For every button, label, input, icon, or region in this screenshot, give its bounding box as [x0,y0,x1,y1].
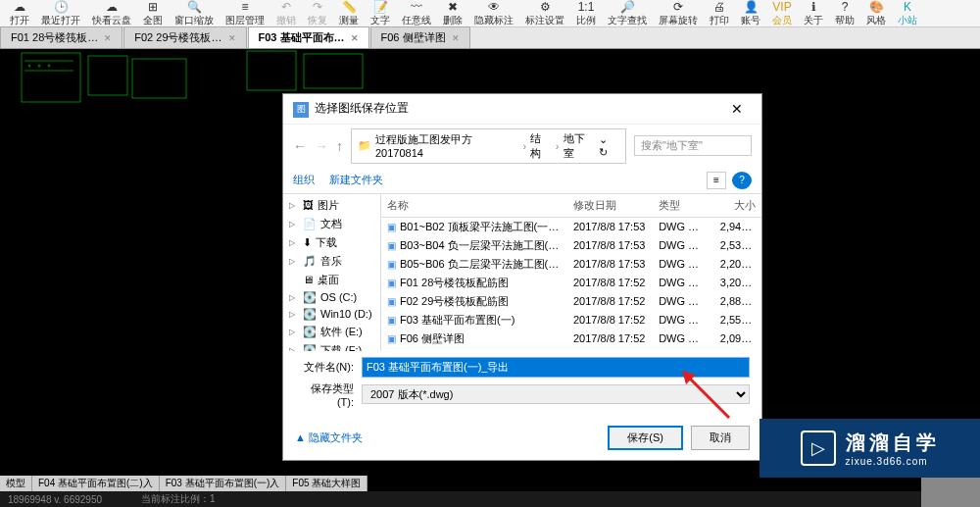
document-tab[interactable]: F02 29号楼筏板…✕ [123,26,246,48]
folder-tree: ▷🖼图片▷📄文档▷⬇下载▷🎵音乐🖥桌面▷💽OS (C:)▷💽Win10 (D:)… [283,194,381,351]
document-tab[interactable]: F03 基础平面布…✕ [248,26,369,48]
close-button[interactable]: ✕ [722,101,752,117]
tree-item[interactable]: ▷🖼图片 [283,196,380,215]
tree-item[interactable]: ▷🎵音乐 [283,252,380,271]
open-button[interactable]: ☁打开 [4,0,35,27]
recent-button[interactable]: 🕒最近打开 [35,0,86,27]
view-mode-button[interactable]: ≡ [707,172,726,189]
tree-item[interactable]: ▷📄文档 [283,215,380,233]
file-row[interactable]: ▣F03 基础平面布置图(一)2017/8/8 17:52DWG 文件2,554… [381,311,761,330]
measure-button[interactable]: 📏测量 [333,0,365,27]
expand-icon[interactable]: ▷ [289,220,299,228]
expand-icon[interactable]: ▷ [289,238,299,247]
filetype-select[interactable]: 2007 版本(*.dwg) [362,384,750,404]
site-button[interactable]: K小站 [892,0,923,27]
hide-anno-button[interactable]: 👁隐藏标注 [468,0,519,27]
col-date[interactable]: 修改日期 [567,198,653,213]
vip-button[interactable]: VIP会员 [766,0,798,27]
tab-close-icon[interactable]: ✕ [104,33,112,43]
tree-item[interactable]: ▷💽Win10 (D:) [283,306,380,323]
cancel-button[interactable]: 取消 [691,426,750,450]
svg-point-7 [48,65,50,67]
file-row[interactable]: ▣B03~B04 负一层梁平法施工图(一)~(...2017/8/8 17:53… [381,236,761,255]
col-type[interactable]: 类型 [653,198,714,213]
svg-rect-8 [247,51,296,90]
layout-tab[interactable]: F05 基础大样图 [286,476,368,491]
file-icon: ▣ [387,315,396,326]
file-row[interactable]: ▣F01 28号楼筏板配筋图2017/8/8 17:52DWG 文件3,205 … [381,274,761,292]
col-size[interactable]: 大小 [714,198,761,213]
scale-icon: 1:1 [579,0,593,14]
help-button[interactable]: ?帮助 [829,0,860,27]
tree-item[interactable]: ▷💽软件 (E:) [283,323,380,341]
hide-folders-link[interactable]: ▲ 隐藏文件夹 [295,431,363,445]
newfolder-link[interactable]: 新建文件夹 [329,174,383,185]
file-icon: ▣ [387,240,396,251]
layers-button[interactable]: ≡图层管理 [220,0,270,27]
svg-rect-0 [22,53,80,102]
layout-tab[interactable]: F03 基础平面布置图(一)入 [160,476,287,491]
expand-icon[interactable]: ▷ [289,257,299,266]
col-name[interactable]: 名称 [381,198,567,213]
redo-button[interactable]: ↷恢复 [302,0,333,27]
expand-icon[interactable]: ▷ [289,328,299,336]
dialog-nav: ← → ↑ 📁 过程版施工图发甲方20170814› 结构› 地下室 ⌄ ↻ 搜… [283,125,761,168]
rotate-button[interactable]: ⟳屏幕旋转 [653,0,704,27]
tree-item[interactable]: 🖥桌面 [283,271,380,289]
file-row[interactable]: ▣B05~B06 负二层梁平法施工图(一)~(二)2017/8/8 17:53D… [381,255,761,274]
about-button[interactable]: ℹ关于 [798,0,829,27]
undo-button[interactable]: ↶撤销 [270,0,302,27]
tab-close-icon[interactable]: ✕ [452,33,460,43]
nav-forward[interactable]: → [315,138,328,154]
svg-rect-1 [88,56,127,95]
search-input[interactable]: 搜索"地下室" [634,135,752,156]
tree-item[interactable]: ▷💽下载 (F:) [283,341,380,351]
full-view-button[interactable]: ⊞全图 [137,0,169,27]
layout-tab[interactable]: F04 基础平面布置图(二)入 [32,476,160,491]
account-button[interactable]: 👤账号 [735,0,766,27]
path-bar[interactable]: 📁 过程版施工图发甲方20170814› 结构› 地下室 ⌄ ↻ [351,128,626,164]
anno-settings-button[interactable]: ⚙标注设置 [519,0,570,27]
text-icon: 📝 [373,0,387,14]
save-button[interactable]: 保存(S) [608,426,683,450]
find-text-button[interactable]: 🔎文字查找 [602,0,653,27]
filename-input[interactable]: F03 基础平面布置图(一)_导出 [362,357,750,378]
text-button[interactable]: 📝文字 [365,0,396,27]
tree-item[interactable]: ▷💽OS (C:) [283,289,380,306]
expand-icon[interactable]: ▷ [289,201,299,210]
tab-close-icon[interactable]: ✕ [228,33,236,43]
nav-up[interactable]: ↑ [336,138,343,154]
document-tab[interactable]: F01 28号楼筏板…✕ [0,26,122,48]
style-button[interactable]: 🎨风格 [860,0,892,27]
print-button[interactable]: 🖨打印 [704,0,735,27]
drive-icon: 📄 [303,218,317,230]
file-row[interactable]: ▣F02 29号楼筏板配筋图2017/8/8 17:52DWG 文件2,885 … [381,292,761,311]
anno-settings-icon: ⚙ [538,0,552,14]
drive-icon: 🎵 [303,255,317,268]
document-tab[interactable]: F06 侧壁详图✕ [370,26,470,48]
hide-anno-icon: 👁 [487,0,501,14]
file-row[interactable]: ▣F06 侧壁详图2017/8/8 17:52DWG 文件2,098 K [381,330,761,348]
tree-item[interactable]: ▷⬇下载 [283,233,380,252]
layout-tab[interactable]: 模型 [0,476,32,491]
expand-icon[interactable]: ▷ [289,346,299,351]
file-row[interactable]: ▣B01~B02 顶板梁平法施工图(一)~(二)2017/8/8 17:53DW… [381,218,761,236]
svg-rect-2 [132,59,186,98]
organize-link[interactable]: 组织 [293,174,315,185]
delete-button[interactable]: ✖删除 [437,0,468,27]
expand-icon[interactable]: ▷ [289,310,299,319]
tab-close-icon[interactable]: ✕ [351,33,359,43]
file-row[interactable]: ▣F07 锚杆平面布置图(一)2017/8/8 17:52DWG 文件2,359… [381,348,761,351]
nav-back[interactable]: ← [293,138,307,154]
cloud-button[interactable]: ☁快看云盘 [86,0,137,27]
drive-icon: 💽 [303,326,317,338]
style-icon: 🎨 [869,0,883,14]
line-button[interactable]: 〰任意线 [396,0,437,27]
zoom-icon: 🔍 [187,0,201,14]
help-button[interactable]: ? [732,172,752,189]
zoom-button[interactable]: 🔍窗口缩放 [169,0,220,27]
rotate-icon: ⟳ [671,0,685,14]
scale-button[interactable]: 1:1比例 [570,0,602,27]
drive-icon: 💽 [303,291,317,304]
expand-icon[interactable]: ▷ [289,293,299,302]
